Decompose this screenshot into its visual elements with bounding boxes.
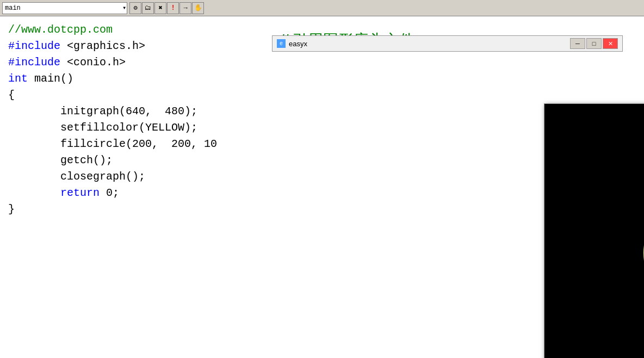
toolbar-btn-1[interactable]: ⚙ bbox=[129, 2, 141, 14]
dropdown-label: main bbox=[5, 4, 21, 12]
easyx-close-button[interactable]: ✕ bbox=[603, 38, 618, 49]
code-line-3: #include <conio.h> bbox=[8, 54, 269, 71]
toolbar-btn-4[interactable]: ! bbox=[167, 2, 179, 14]
code-editor[interactable]: //www.dotcpp.com #include <graphics.h> #… bbox=[0, 16, 277, 358]
code-line-7: setfillcolor(YELLOW); bbox=[8, 120, 269, 136]
code-line-11: return 0; bbox=[8, 185, 269, 201]
toolbar: main ⚙ 🗂 ✖ ! → ✋ bbox=[0, 0, 644, 16]
function-dropdown[interactable]: main bbox=[2, 2, 127, 14]
toolbar-buttons: ⚙ 🗂 ✖ ! → ✋ bbox=[129, 2, 204, 14]
code-line-8: fillcircle(200, 200, 10 bbox=[8, 136, 269, 152]
easyx-controls: ─ □ ✕ bbox=[570, 38, 618, 49]
circle-container bbox=[544, 104, 644, 358]
ide-window: main ⚙ 🗂 ✖ ! → ✋ //www.dotcpp.com #inclu… bbox=[0, 0, 644, 358]
code-line-10: closegraph(); bbox=[8, 169, 269, 185]
code-line-12: } bbox=[8, 201, 269, 218]
code-line-1: //www.dotcpp.com bbox=[8, 22, 269, 38]
toolbar-btn-6[interactable]: ✋ bbox=[192, 2, 204, 14]
easyx-icon: e bbox=[277, 39, 286, 48]
toolbar-btn-3[interactable]: ✖ bbox=[154, 2, 166, 14]
code-line-5: { bbox=[8, 87, 269, 103]
easyx-minimize-button[interactable]: ─ bbox=[570, 38, 585, 49]
code-line-6: initgraph(640, 480); bbox=[8, 103, 269, 120]
easyx-title: easyx bbox=[289, 40, 570, 48]
easyx-canvas bbox=[544, 103, 644, 358]
code-line-2: #include <graphics.h> bbox=[8, 38, 269, 54]
toolbar-btn-2[interactable]: 🗂 bbox=[142, 2, 154, 14]
easyx-titlebar: e easyx ─ □ ✕ bbox=[272, 35, 623, 52]
easyx-maximize-button[interactable]: □ bbox=[586, 38, 602, 49]
code-line-9: getch(); bbox=[8, 152, 269, 169]
code-line-4: int main() bbox=[8, 71, 269, 87]
toolbar-btn-5[interactable]: → bbox=[179, 2, 191, 14]
